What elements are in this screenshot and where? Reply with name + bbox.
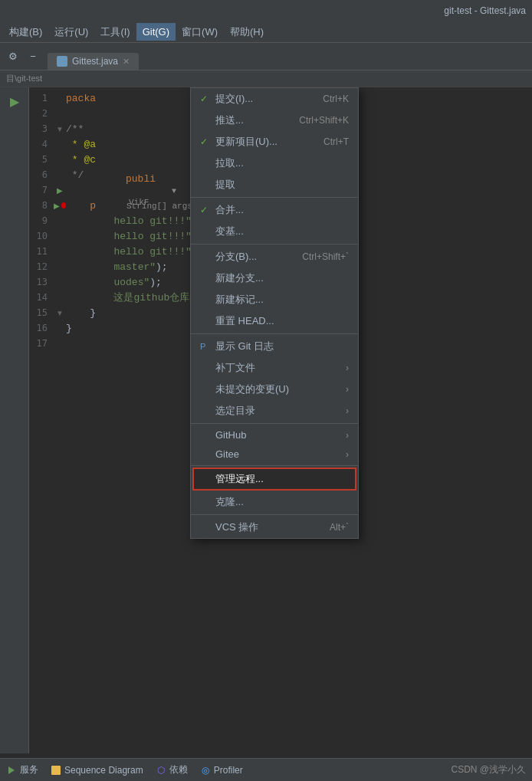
uncommitted-arrow: › bbox=[346, 384, 349, 395]
update-label: 更新项目(U)... bbox=[215, 135, 277, 149]
breadcrumb: 目\git-test bbox=[6, 73, 42, 84]
title-bar-text: git-test - Gittest.java bbox=[444, 5, 526, 16]
manage-remote-label: 管理远程... bbox=[215, 472, 264, 486]
fold-icon-3[interactable]: ▼ bbox=[56, 125, 64, 133]
pull-label: 拉取... bbox=[215, 156, 244, 170]
reset-head-label: 重置 HEAD... bbox=[215, 314, 274, 328]
menu-run[interactable]: 运行(U) bbox=[48, 22, 94, 42]
check-merge: ✓ bbox=[200, 205, 211, 215]
menu-item-new-tag[interactable]: 新建标记... bbox=[191, 289, 358, 310]
fetch-label: 提取 bbox=[215, 178, 235, 192]
profiler-label: Profiler bbox=[214, 765, 243, 776]
clone-label: 克隆... bbox=[215, 495, 244, 509]
menu-item-new-branch[interactable]: 新建分支... bbox=[191, 267, 358, 289]
status-profiler[interactable]: ◎ Profiler bbox=[200, 765, 243, 776]
main-area: ▶ 1 packa 2 3 ▼ /** bbox=[0, 87, 532, 753]
settings-btn[interactable]: ⚙ bbox=[5, 48, 21, 65]
title-bar: git-test - Gittest.java bbox=[0, 0, 532, 21]
commit-label: 提交(I)... bbox=[215, 92, 253, 106]
dependencies-label: 依赖 bbox=[169, 763, 188, 776]
separator-4 bbox=[191, 423, 358, 424]
commit-shortcut: Ctrl+K bbox=[323, 94, 349, 104]
sequence-diagram-icon bbox=[51, 765, 61, 776]
push-shortcut: Ctrl+Shift+K bbox=[299, 115, 349, 126]
menu-window[interactable]: 窗口(W) bbox=[176, 22, 224, 42]
status-bar-right-text: CSDN @浅学小久 bbox=[451, 763, 526, 776]
services-play-icon bbox=[6, 765, 17, 776]
menu-item-vcs-ops[interactable]: VCS 操作 Alt+` bbox=[191, 517, 358, 538]
file-tab[interactable]: Gittest.java ✕ bbox=[48, 53, 139, 70]
tab-close-icon[interactable]: ✕ bbox=[123, 57, 130, 67]
left-sidebar: ▶ bbox=[0, 87, 29, 753]
menu-item-manage-remote[interactable]: 管理远程... bbox=[192, 468, 356, 491]
push-label: 推送... bbox=[215, 113, 244, 127]
new-tag-label: 新建标记... bbox=[215, 293, 264, 307]
run-icon-7[interactable]: ▶ bbox=[57, 186, 63, 195]
separator-3 bbox=[191, 333, 358, 334]
menu-tools[interactable]: 工具(I) bbox=[94, 22, 136, 42]
vcs-ops-shortcut: Alt+` bbox=[330, 522, 349, 533]
menu-item-reset-head[interactable]: 重置 HEAD... bbox=[191, 310, 358, 332]
show-log-icon: P bbox=[200, 342, 211, 351]
vcs-ops-label: VCS 操作 bbox=[215, 520, 258, 534]
menu-item-push[interactable]: 推送... Ctrl+Shift+K bbox=[191, 110, 358, 131]
patch-arrow: › bbox=[346, 363, 349, 373]
status-sequence-diagram[interactable]: Sequence Diagram bbox=[51, 765, 143, 776]
fold-icon-15[interactable]: ▼ bbox=[56, 309, 64, 317]
status-dependencies[interactable]: ⬡ 依赖 bbox=[156, 763, 188, 776]
menu-build[interactable]: 构建(B) bbox=[3, 22, 48, 42]
branch-shortcut: Ctrl+Shift+` bbox=[302, 251, 349, 262]
separator-1 bbox=[191, 197, 358, 198]
new-branch-label: 新建分支... bbox=[215, 271, 264, 285]
menu-item-github[interactable]: GitHub › bbox=[191, 425, 358, 445]
menu-item-rebase[interactable]: 变基... bbox=[191, 221, 358, 242]
menu-item-branch[interactable]: 分支(B)... Ctrl+Shift+` bbox=[191, 246, 358, 267]
run-icon-8[interactable]: ▶ bbox=[54, 202, 60, 210]
show-log-label: 显示 Git 日志 bbox=[215, 340, 274, 353]
check-update: ✓ bbox=[200, 136, 211, 147]
menu-item-commit[interactable]: ✓ 提交(I)... Ctrl+K bbox=[191, 88, 358, 110]
tab-filename: Gittest.java bbox=[72, 56, 118, 67]
check-commit: ✓ bbox=[200, 94, 211, 104]
sequence-diagram-label: Sequence Diagram bbox=[64, 765, 143, 776]
uncommitted-label: 未提交的变更(U) bbox=[215, 382, 289, 396]
patch-label: 补丁文件 bbox=[215, 361, 255, 375]
git-dropdown-menu[interactable]: ✓ 提交(I)... Ctrl+K 推送... Ctrl+Shift+K ✓ 更… bbox=[190, 87, 359, 539]
services-label: 服务 bbox=[20, 763, 38, 776]
menu-bar: 构建(B) 运行(U) 工具(I) Git(G) 窗口(W) 帮助(H) bbox=[0, 21, 532, 43]
status-services[interactable]: 服务 bbox=[6, 763, 38, 776]
code-editor[interactable]: 1 packa 2 3 ▼ /** 4 * @a bbox=[29, 87, 532, 753]
minus-btn[interactable]: − bbox=[25, 48, 41, 65]
select-dir-arrow: › bbox=[346, 405, 349, 416]
update-shortcut: Ctrl+T bbox=[323, 136, 349, 147]
menu-item-update[interactable]: ✓ 更新项目(U)... Ctrl+T bbox=[191, 131, 358, 153]
menu-item-pull[interactable]: 拉取... bbox=[191, 153, 358, 174]
dependencies-icon: ⬡ bbox=[156, 765, 166, 776]
separator-2 bbox=[191, 244, 358, 244]
breadcrumb-bar: 目\git-test bbox=[0, 71, 532, 87]
menu-help[interactable]: 帮助(H) bbox=[224, 22, 270, 42]
separator-5 bbox=[191, 465, 358, 466]
gitee-label: Gitee bbox=[215, 448, 239, 460]
rebase-label: 变基... bbox=[215, 225, 244, 238]
menu-item-show-log[interactable]: P 显示 Git 日志 bbox=[191, 336, 358, 357]
menu-item-gitee[interactable]: Gitee › bbox=[191, 445, 358, 464]
menu-item-uncommitted[interactable]: 未提交的变更(U) › bbox=[191, 379, 358, 400]
menu-item-patch[interactable]: 补丁文件 › bbox=[191, 357, 358, 379]
sidebar-btn-1[interactable]: ▶ bbox=[4, 90, 25, 112]
menu-item-fetch[interactable]: 提取 bbox=[191, 174, 358, 195]
toolbar: ⚙ − Gittest.java ✕ bbox=[0, 43, 532, 71]
menu-item-clone[interactable]: 克隆... bbox=[191, 491, 358, 513]
github-arrow: › bbox=[346, 430, 349, 441]
menu-item-select-dir[interactable]: 选定目录 › bbox=[191, 400, 358, 422]
menu-git[interactable]: Git(G) bbox=[136, 23, 176, 41]
merge-label: 合并... bbox=[215, 203, 244, 217]
java-file-icon bbox=[57, 56, 67, 67]
separator-6 bbox=[191, 514, 358, 515]
gitee-arrow: › bbox=[346, 449, 349, 460]
profiler-icon: ◎ bbox=[200, 765, 211, 776]
github-label: GitHub bbox=[215, 429, 246, 441]
select-dir-label: 选定目录 bbox=[215, 404, 255, 418]
menu-item-merge[interactable]: ✓ 合并... bbox=[191, 199, 358, 221]
branch-label: 分支(B)... bbox=[215, 250, 257, 264]
